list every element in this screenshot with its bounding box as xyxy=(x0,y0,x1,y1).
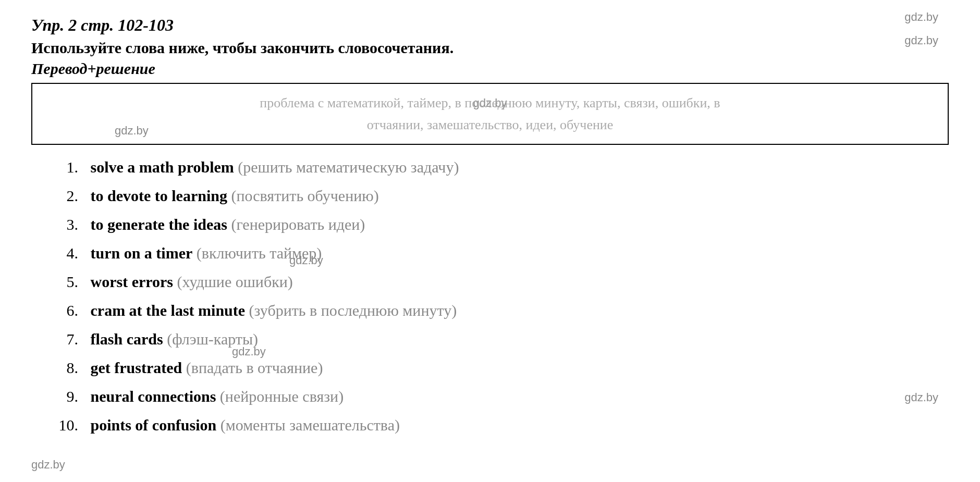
list-item: 9. neural connections (нейронные связи) xyxy=(52,385,949,408)
exercise-title: Упр. 2 стр. 102-103 xyxy=(31,16,949,35)
item-english: neural connections xyxy=(91,388,216,405)
item-number: 7. xyxy=(52,327,78,351)
item-number: 3. xyxy=(52,213,78,236)
word-box-line1: проблема с математикой, таймер, в послед… xyxy=(260,95,720,110)
item-russian: (нейронные связи) xyxy=(220,388,344,405)
instruction: Используйте слова ниже, чтобы закончить … xyxy=(31,39,949,57)
word-box: проблема с математикой, таймер, в послед… xyxy=(31,83,949,145)
watermark-bottom-left: gdz.by xyxy=(31,458,65,472)
answer-list: 1. solve a math problem (решить математи… xyxy=(52,155,949,437)
watermark-top-right-1: gdz.by xyxy=(904,10,938,24)
item-number: 2. xyxy=(52,184,78,207)
list-item: 3. to generate the ideas (генерировать и… xyxy=(52,213,949,236)
item-number: 10. xyxy=(52,413,78,437)
item-english: cram at the last minute xyxy=(91,302,246,319)
word-box-content: проблема с математикой, таймер, в послед… xyxy=(45,92,935,135)
watermark-item7: gdz.by xyxy=(232,345,266,359)
list-item: 8. get frustrated (впадать в отчаяние) xyxy=(52,356,949,379)
item-number: 4. xyxy=(52,241,78,265)
word-box-line2: отчаянии, замешательство, идеи, обучение xyxy=(367,117,614,132)
list-item: 1. solve a math problem (решить математи… xyxy=(52,155,949,179)
item-russian: (посвятить обучению) xyxy=(231,187,378,204)
item-english: points of confusion xyxy=(91,416,217,434)
item-english: flash cards xyxy=(91,330,163,348)
item-english: to generate the ideas xyxy=(91,216,227,233)
item-russian: (моменты замешательства) xyxy=(220,416,400,434)
item-russian: (генерировать идеи) xyxy=(231,216,365,233)
translation-label: Перевод+решение xyxy=(31,60,949,78)
item-english: get frustrated xyxy=(91,359,182,376)
watermark-top-right-2: gdz.by xyxy=(904,34,938,47)
item-number: 1. xyxy=(52,155,78,179)
list-item: 6. cram at the last minute (зубрить в по… xyxy=(52,299,949,322)
item-number: 6. xyxy=(52,299,78,322)
list-item: 4. turn on a timer (включить таймер) xyxy=(52,241,949,265)
item-english: solve a math problem xyxy=(91,158,234,176)
item-russian: (впадать в отчаяние) xyxy=(186,359,323,376)
list-item: 2. to devote to learning (посвятить обуч… xyxy=(52,184,949,207)
item-number: 9. xyxy=(52,385,78,408)
list-item: 10. points of confusion (моменты замешат… xyxy=(52,413,949,437)
item-english: to devote to learning xyxy=(91,187,227,204)
header-section: Упр. 2 стр. 102-103 Используйте слова ни… xyxy=(31,16,949,78)
list-item: 7. flash cards (флэш-карты) xyxy=(52,327,949,351)
watermark-item4: gdz.by xyxy=(289,254,323,267)
item-russian: (зубрить в последнюю минуту) xyxy=(249,302,457,319)
list-item: 5. worst errors (худшие ошибки) xyxy=(52,270,949,293)
watermark-right-bottom: gdz.by xyxy=(904,391,938,404)
item-english: turn on a timer xyxy=(91,244,193,262)
item-english: worst errors xyxy=(91,273,174,290)
item-number: 5. xyxy=(52,270,78,293)
item-number: 8. xyxy=(52,356,78,379)
item-russian: (решить математическую задачу) xyxy=(238,158,459,176)
item-russian: (худшие ошибки) xyxy=(177,273,293,290)
